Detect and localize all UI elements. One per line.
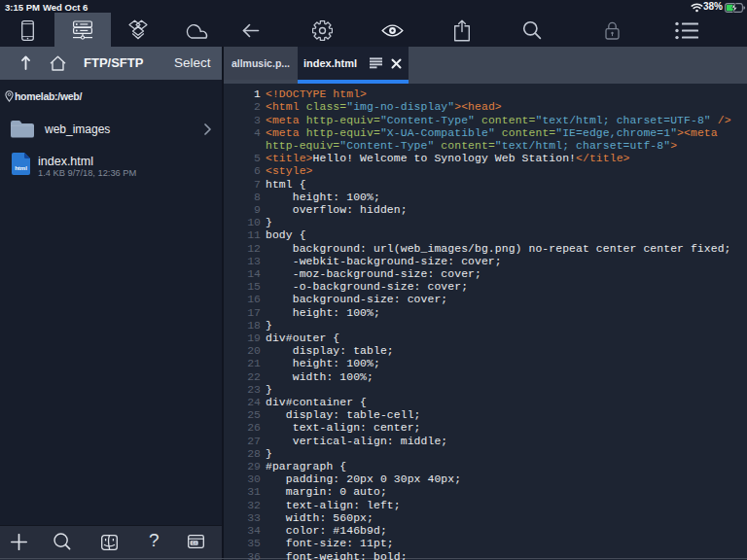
svg-text:html: html <box>15 165 27 171</box>
